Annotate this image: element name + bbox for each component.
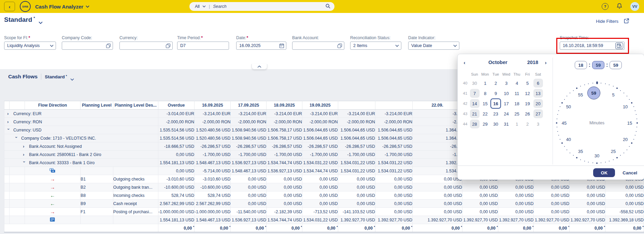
- minute-label-15[interactable]: 15: [627, 121, 632, 126]
- expand-row-icon[interactable]: ›: [23, 144, 26, 149]
- ok-button[interactable]: OK: [593, 168, 615, 177]
- minute-label-55[interactable]: 55: [578, 92, 583, 97]
- minute-label-20[interactable]: 20: [623, 137, 628, 142]
- app-title-menu[interactable]: Cash Flow Analyzer: [35, 4, 89, 10]
- day-cell[interactable]: 9: [491, 89, 501, 98]
- column-header-blank[interactable]: [338, 101, 375, 110]
- month-picker-button[interactable]: October: [469, 60, 527, 65]
- search-bar[interactable]: All | Search: [189, 2, 334, 11]
- day-cell[interactable]: 13: [533, 89, 543, 98]
- value-help-icon[interactable]: [106, 44, 111, 48]
- share-icon[interactable]: [624, 18, 629, 25]
- day-cell[interactable]: 19: [523, 99, 532, 108]
- expand-row-icon[interactable]: ›: [7, 119, 11, 124]
- filter-input-bank-account[interactable]: [292, 42, 344, 50]
- year-picker-button[interactable]: 2018: [527, 60, 538, 65]
- hide-filters-link[interactable]: Hide Filters: [596, 19, 618, 24]
- day-cell[interactable]: 3: [502, 79, 511, 88]
- chevron-down-icon[interactable]: [50, 45, 54, 47]
- next-month-button[interactable]: ›: [542, 58, 550, 66]
- collapse-row-icon[interactable]: ›: [14, 137, 19, 140]
- notifications-bell-icon[interactable]: [617, 3, 622, 10]
- minute-label-5[interactable]: 5: [612, 92, 614, 97]
- day-cell[interactable]: 18: [512, 99, 522, 108]
- minute-label-10[interactable]: 10: [623, 104, 628, 109]
- value-help-icon[interactable]: [338, 44, 342, 48]
- collapse-row-icon[interactable]: ›: [22, 161, 27, 165]
- day-cell[interactable]: 30: [491, 120, 501, 128]
- day-cell[interactable]: 11: [512, 89, 522, 98]
- column-header-planning-level[interactable]: Planning Level: [81, 101, 113, 110]
- column-header-blank[interactable]: [375, 101, 412, 110]
- day-cell[interactable]: 28: [470, 120, 480, 128]
- minute-label-50[interactable]: 50: [566, 104, 571, 109]
- table-variant-menu[interactable]: Standard *: [45, 74, 74, 82]
- selected-day-16[interactable]: 16: [490, 98, 501, 109]
- day-cell[interactable]: 23: [491, 109, 501, 118]
- chevron-down-icon[interactable]: [202, 5, 206, 7]
- filter-input-date-indicator[interactable]: Value Date: [408, 42, 459, 50]
- back-button[interactable]: ‹: [4, 2, 15, 11]
- filter-input-currency[interactable]: [119, 42, 173, 50]
- minute-label-40[interactable]: 40: [566, 137, 571, 142]
- column-header-blank[interactable]: [10, 101, 25, 110]
- filter-input-time-period[interactable]: D7: [177, 42, 229, 50]
- column-header-16-09-2025[interactable]: 16.09.2025: [195, 101, 231, 110]
- day-cell[interactable]: 14: [470, 99, 480, 108]
- day-cell[interactable]: 10: [502, 89, 511, 98]
- seconds-segment[interactable]: 59: [610, 61, 622, 69]
- day-cell[interactable]: 22: [481, 109, 490, 118]
- filter-input-company-code[interactable]: [62, 42, 113, 50]
- variant-title-menu[interactable]: Standard *: [4, 16, 43, 26]
- chevron-down-icon[interactable]: [395, 45, 399, 47]
- calendar-clock-icon[interactable]: [615, 43, 623, 49]
- day-cell[interactable]: 21: [470, 109, 480, 118]
- day-cell[interactable]: 15: [481, 99, 490, 108]
- column-header-18-09-2025[interactable]: 18.09.2025: [267, 101, 302, 110]
- day-cell[interactable]: 3: [533, 120, 543, 128]
- previous-month-button[interactable]: ‹: [460, 58, 469, 66]
- search-scope-select[interactable]: All: [195, 4, 200, 9]
- search-input[interactable]: Search: [213, 4, 227, 9]
- day-cell[interactable]: 2: [523, 120, 532, 128]
- day-cell[interactable]: 27: [533, 109, 543, 118]
- selected-minute-handle[interactable]: 59: [587, 87, 600, 99]
- expand-row-icon[interactable]: ›: [23, 152, 26, 157]
- day-cell[interactable]: 30: [470, 79, 480, 88]
- day-cell[interactable]: 4: [512, 79, 522, 88]
- day-cell[interactable]: 20: [533, 99, 543, 108]
- day-cell[interactable]: 24: [502, 109, 511, 118]
- minutes-segment[interactable]: 59: [592, 61, 604, 69]
- filter-input-snapshot-time[interactable]: 16.10.2018, 18:59:59: [560, 42, 625, 50]
- collapse-header-button[interactable]: [252, 64, 267, 69]
- value-help-icon[interactable]: [166, 44, 170, 48]
- chevron-down-icon[interactable]: [453, 45, 457, 47]
- filter-input-reconciliation-status[interactable]: 2 Items: [350, 42, 401, 50]
- minute-label-45[interactable]: 45: [562, 121, 567, 126]
- help-icon[interactable]: ?: [602, 3, 609, 10]
- day-cell[interactable]: 25: [512, 109, 522, 118]
- column-header-19-09-2025[interactable]: 19.09.2025: [302, 101, 338, 110]
- minute-label-25[interactable]: 25: [611, 149, 616, 154]
- column-header-overdue[interactable]: Overdue: [158, 101, 194, 110]
- cancel-button[interactable]: Cancel: [620, 170, 639, 176]
- minute-label-30[interactable]: 30: [595, 153, 599, 158]
- day-cell[interactable]: 12: [523, 89, 532, 98]
- collapse-row-icon[interactable]: ›: [6, 128, 11, 132]
- user-avatar[interactable]: VV: [630, 2, 639, 11]
- day-cell[interactable]: 7: [470, 89, 480, 98]
- column-header-planning-level-des[interactable]: Planning Level Des...: [113, 101, 158, 110]
- day-cell[interactable]: 8: [481, 89, 490, 98]
- calendar-icon[interactable]: [280, 44, 284, 48]
- search-icon[interactable]: [326, 4, 330, 10]
- day-cell[interactable]: 1: [481, 79, 490, 88]
- day-cell[interactable]: 29: [481, 120, 490, 128]
- day-cell[interactable]: 1: [512, 120, 522, 128]
- column-header-flow-direction[interactable]: Flow Direction: [25, 101, 80, 110]
- hours-segment[interactable]: 18: [575, 61, 587, 69]
- day-cell[interactable]: 26: [523, 109, 532, 118]
- day-cell[interactable]: 31: [502, 120, 511, 128]
- day-cell[interactable]: 2: [491, 79, 501, 88]
- column-header-17-09-2025[interactable]: 17.09.2025: [231, 101, 267, 110]
- filter-input-scope-for-fi[interactable]: Liquidity Analysis: [4, 42, 56, 50]
